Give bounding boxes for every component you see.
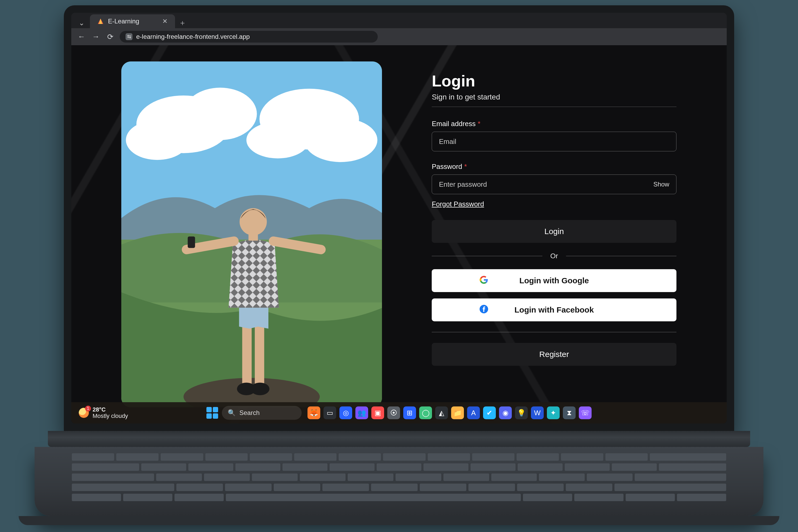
- screen-bezel: ⌄ E-Learning ✕ ＋ ← → ⟳ ⇆ e-learning-free…: [64, 5, 734, 431]
- taskbar-app-icon[interactable]: 📁: [451, 406, 464, 419]
- show-password-toggle[interactable]: Show: [653, 180, 669, 188]
- laptop-keyboard: [35, 447, 763, 516]
- register-button[interactable]: Register: [432, 343, 677, 366]
- or-divider: Or: [432, 252, 677, 260]
- password-input-wrap: Show: [432, 174, 677, 194]
- required-mark: *: [478, 120, 480, 128]
- screen: ⌄ E-Learning ✕ ＋ ← → ⟳ ⇆ e-learning-free…: [71, 13, 727, 423]
- taskbar-app-icon[interactable]: ◎: [339, 406, 352, 419]
- hero-column: [71, 45, 432, 423]
- login-form: Login Sign in to get started Email addre…: [432, 45, 727, 423]
- password-input[interactable]: [439, 180, 653, 189]
- browser-tabstrip: ⌄ E-Learning ✕ ＋: [71, 13, 727, 28]
- divider: [432, 332, 677, 332]
- login-facebook-button[interactable]: Login with Facebook: [432, 299, 677, 321]
- svg-rect-12: [254, 318, 264, 386]
- weather-temp: 28°C: [93, 406, 128, 413]
- taskbar-app-icon[interactable]: 👥: [355, 406, 368, 419]
- taskbar-app-icon[interactable]: ◯: [419, 406, 432, 419]
- start-button[interactable]: [206, 407, 218, 419]
- svg-point-19: [240, 208, 267, 235]
- taskbar-app-icon[interactable]: ☏: [579, 406, 592, 419]
- search-icon: 🔍: [228, 409, 236, 417]
- laptop-hinge: [48, 431, 750, 447]
- svg-point-6: [126, 120, 189, 160]
- svg-point-5: [184, 88, 257, 140]
- tab-close-icon[interactable]: ✕: [162, 18, 168, 25]
- forward-button[interactable]: →: [91, 32, 100, 41]
- browser-toolbar: ← → ⟳ ⇆ e-learning-freelance-frontend.ve…: [71, 28, 727, 45]
- taskbar-app-icon[interactable]: A: [467, 406, 480, 419]
- svg-point-14: [251, 382, 269, 395]
- email-input[interactable]: [439, 137, 669, 146]
- svg-point-9: [246, 122, 309, 158]
- login-google-button[interactable]: Login with Google: [432, 269, 677, 292]
- weather-icon: [79, 408, 89, 418]
- taskbar-app-icon[interactable]: 💡: [515, 406, 528, 419]
- taskbar-app-icon[interactable]: ✔: [483, 406, 496, 419]
- taskbar-app-icon[interactable]: 🦊: [307, 406, 320, 419]
- url-text: e-learning-freelance-frontend.vercel.app: [136, 33, 250, 40]
- svg-point-8: [304, 118, 377, 162]
- taskbar-pinned-apps: 🦊 ▭ ◎ 👥 ▣ ⦿ ⊞ ◯ ◭ 📁 A ✔ ◉: [307, 406, 592, 419]
- reload-button[interactable]: ⟳: [105, 32, 115, 41]
- facebook-icon: [480, 305, 488, 315]
- email-label: Email address *: [432, 120, 677, 128]
- email-input-wrap: [432, 132, 677, 151]
- password-label: Password *: [432, 163, 677, 171]
- taskbar-weather[interactable]: 28°C Mostly cloudy: [79, 406, 128, 419]
- taskbar-app-icon[interactable]: ◭: [435, 406, 448, 419]
- taskbar-app-icon[interactable]: ▣: [371, 406, 384, 419]
- tab-dropdown-caret[interactable]: ⌄: [73, 18, 90, 28]
- taskbar-app-icon[interactable]: W: [531, 406, 544, 419]
- login-subtitle: Sign in to get started: [432, 93, 677, 101]
- page-viewport: Login Sign in to get started Email addre…: [71, 45, 727, 423]
- hero-image: [121, 61, 382, 407]
- taskbar-app-icon[interactable]: ⊞: [403, 406, 416, 419]
- login-button[interactable]: Login: [432, 220, 677, 243]
- taskbar-app-icon[interactable]: ✦: [547, 406, 560, 419]
- taskbar-search[interactable]: 🔍 Search: [222, 406, 302, 420]
- tab-favicon-icon: [97, 18, 104, 24]
- google-icon: [480, 276, 488, 286]
- forgot-password-link[interactable]: Forgot Password: [432, 200, 484, 208]
- taskbar-app-icon[interactable]: ◉: [499, 406, 512, 419]
- divider: [432, 107, 677, 107]
- address-bar[interactable]: ⇆ e-learning-freelance-frontend.vercel.a…: [120, 31, 378, 42]
- new-tab-button[interactable]: ＋: [177, 18, 188, 28]
- back-button[interactable]: ←: [77, 32, 86, 41]
- required-mark: *: [464, 163, 467, 171]
- tab-title: E-Learning: [108, 18, 139, 25]
- svg-rect-17: [188, 236, 195, 248]
- taskbar-app-icon[interactable]: ⦿: [387, 406, 400, 419]
- taskbar-app-icon[interactable]: ▭: [323, 406, 336, 419]
- laptop-frame: ⌄ E-Learning ✕ ＋ ← → ⟳ ⇆ e-learning-free…: [48, 5, 750, 471]
- login-title: Login: [432, 72, 677, 90]
- windows-taskbar: 28°C Mostly cloudy 🔍 Search: [71, 402, 727, 423]
- taskbar-app-icon[interactable]: ⧗: [563, 406, 576, 419]
- weather-desc: Mostly cloudy: [93, 413, 128, 419]
- site-info-icon[interactable]: ⇆: [126, 33, 132, 40]
- browser-tab[interactable]: E-Learning ✕: [90, 14, 175, 28]
- taskbar-search-placeholder: Search: [240, 409, 260, 417]
